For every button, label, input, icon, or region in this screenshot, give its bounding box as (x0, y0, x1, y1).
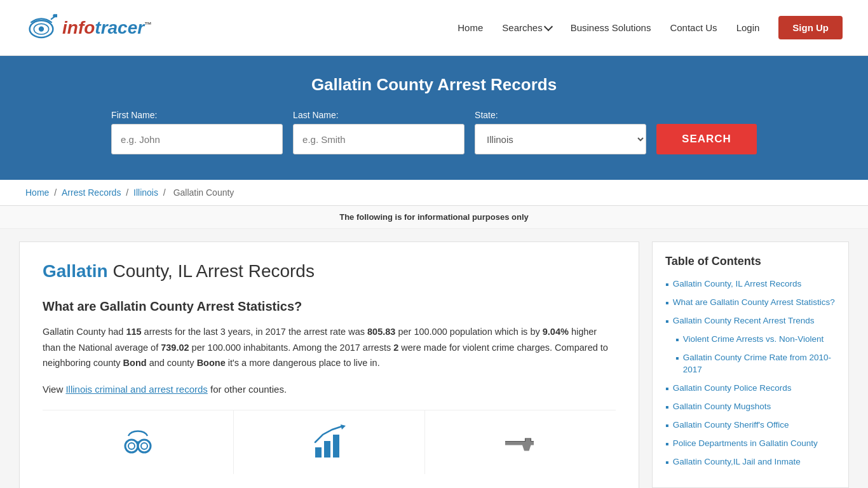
view-text: View (43, 384, 65, 395)
nav-home[interactable]: Home (458, 22, 483, 33)
hero-section: Gallatin County Arrest Records First Nam… (0, 56, 868, 180)
state-label: State: (475, 110, 498, 120)
state-group: State: Illinois Alabama Alaska Arizona C… (475, 110, 646, 154)
state-select[interactable]: Illinois Alabama Alaska Arizona Californ… (475, 124, 646, 154)
article-title-highlight: Gallatin (43, 261, 108, 281)
breadcrumb-gallatin-county: Gallatin County (173, 187, 234, 198)
icons-row (43, 410, 616, 474)
last-name-group: Last Name: (293, 110, 465, 154)
toc-link[interactable]: Gallatin County Police Records (673, 383, 792, 395)
toc-list: Gallatin County, IL Arrest RecordsWhat a… (665, 278, 836, 468)
article: Gallatin County, IL Arrest Records What … (19, 241, 639, 488)
svg-rect-9 (315, 447, 322, 458)
toc-link[interactable]: Police Departments in Gallatin County (673, 438, 818, 450)
breadcrumb-sep1: / (54, 187, 59, 198)
toc-link[interactable]: What are Gallatin County Arrest Statisti… (673, 297, 835, 309)
search-form: First Name: Last Name: State: Illinois A… (25, 110, 843, 154)
nav-searches[interactable]: Searches (502, 22, 551, 33)
illinois-records-link[interactable]: Illinois criminal and arrest records (65, 384, 207, 395)
section1-heading: What are Gallatin County Arrest Statisti… (43, 299, 616, 314)
toc-link[interactable]: Gallatin County Sheriff's Office (673, 419, 789, 431)
toc-link[interactable]: Gallatin County,IL Jail and Inmate (673, 456, 801, 468)
toc-item: Gallatin County Mugshots (665, 401, 836, 413)
view-link-paragraph: View Illinois criminal and arrest record… (43, 381, 616, 398)
nav-business-solutions[interactable]: Business Solutions (571, 22, 651, 33)
chart-trending-icon (310, 423, 348, 461)
svg-rect-4 (53, 14, 57, 17)
handcuffs-icon (119, 423, 157, 461)
first-name-label: First Name: (111, 110, 157, 120)
last-name-input[interactable] (293, 124, 465, 154)
svg-rect-11 (333, 435, 339, 458)
toc-link[interactable]: Gallatin County Recent Arrest Trends (673, 315, 815, 327)
svg-point-6 (138, 440, 151, 452)
breadcrumb-arrest-records[interactable]: Arrest Records (62, 187, 121, 198)
article-paragraph1: Gallatin County had 115 arrests for the … (43, 324, 616, 371)
svg-point-7 (128, 443, 135, 449)
svg-rect-10 (324, 441, 330, 458)
icon-cell-gun (425, 410, 616, 474)
site-header: infotracer™ Home Searches Business Solut… (0, 0, 868, 56)
toc-link[interactable]: Violent Crime Arrests vs. Non-Violent (683, 334, 824, 346)
toc-heading: Table of Contents (665, 255, 836, 268)
last-name-label: Last Name: (293, 110, 339, 120)
icon-cell-arrests (43, 410, 234, 474)
searches-chevron-icon (544, 22, 553, 31)
logo-tm: ™ (144, 20, 152, 29)
breadcrumb-sep3: / (163, 187, 168, 198)
sidebar-toc: Table of Contents Gallatin County, IL Ar… (652, 241, 849, 488)
toc-item: Police Departments in Gallatin County (665, 438, 836, 450)
breadcrumb-sep2: / (126, 187, 131, 198)
toc-item: Gallatin County Sheriff's Office (665, 419, 836, 431)
toc-link[interactable]: Gallatin County Crime Rate from 2010-201… (683, 352, 836, 376)
svg-point-2 (39, 26, 44, 31)
gun-icon (501, 423, 539, 461)
info-banner-text: The following is for informational purpo… (339, 212, 529, 222)
article-title-rest: County, IL Arrest Records (108, 261, 315, 281)
breadcrumb-home[interactable]: Home (25, 187, 49, 198)
main-content: Gallatin County, IL Arrest Records What … (0, 229, 868, 488)
logo-info-text: info (62, 18, 95, 37)
first-name-group: First Name: (111, 110, 283, 154)
logo[interactable]: infotracer™ (25, 12, 152, 44)
main-nav: Home Searches Business Solutions Contact… (458, 16, 843, 39)
toc-item: Violent Crime Arrests vs. Non-Violent (665, 334, 836, 346)
breadcrumb-illinois[interactable]: Illinois (133, 187, 158, 198)
svg-point-8 (141, 443, 147, 449)
first-name-input[interactable] (111, 124, 283, 154)
svg-point-5 (125, 440, 138, 452)
icon-cell-trends (234, 410, 425, 474)
view-suffix: for other counties. (208, 384, 287, 395)
search-button[interactable]: SEARCH (656, 124, 757, 154)
toc-item: Gallatin County Recent Arrest Trends (665, 315, 836, 327)
toc-item: Gallatin County,IL Jail and Inmate (665, 456, 836, 468)
toc-item: What are Gallatin County Arrest Statisti… (665, 297, 836, 309)
nav-contact-us[interactable]: Contact Us (670, 22, 717, 33)
toc-link[interactable]: Gallatin County Mugshots (673, 401, 771, 413)
nav-login[interactable]: Login (736, 22, 760, 33)
toc-item: Gallatin County Crime Rate from 2010-201… (665, 352, 836, 376)
hero-title: Gallatin County Arrest Records (25, 75, 843, 95)
toc-item: Gallatin County, IL Arrest Records (665, 278, 836, 290)
breadcrumb: Home / Arrest Records / Illinois / Galla… (0, 180, 868, 206)
article-title: Gallatin County, IL Arrest Records (43, 261, 616, 281)
logo-tracer-text: tracer (95, 18, 144, 37)
svg-marker-12 (341, 424, 346, 430)
toc-item: Gallatin County Police Records (665, 383, 836, 395)
toc-link[interactable]: Gallatin County, IL Arrest Records (673, 278, 802, 290)
info-banner: The following is for informational purpo… (0, 206, 868, 229)
signup-button[interactable]: Sign Up (778, 16, 843, 39)
